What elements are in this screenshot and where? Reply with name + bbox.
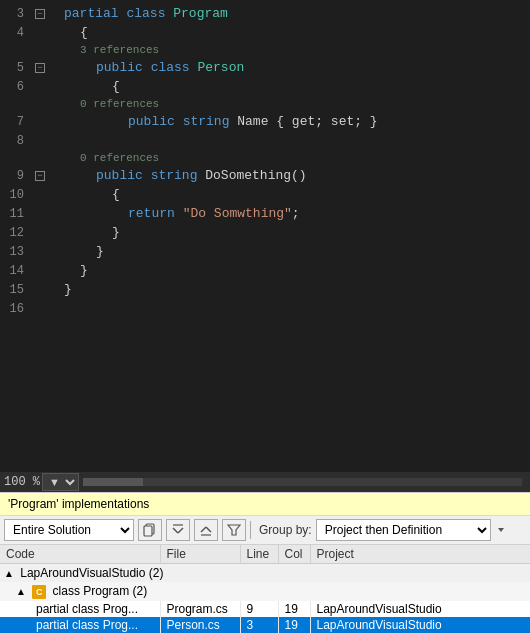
results-table-header: Code File Line Col Project: [0, 545, 530, 564]
result-row-1[interactable]: partial class Prog... Program.cs 9 19 La…: [0, 601, 530, 617]
code-text-14: }: [80, 263, 530, 278]
group-row-laparoundvisualstudio[interactable]: ▲ LapAroundVisualStudio (2): [0, 564, 530, 583]
impl-toolbar: Entire Solution: [0, 516, 530, 545]
code-text-11: return "Do Somwthing";: [128, 206, 530, 221]
zoom-dropdown[interactable]: ▼: [42, 473, 79, 491]
line-number-6: 6: [0, 80, 32, 94]
copy-icon: [143, 523, 157, 537]
line-number-16: 16: [0, 302, 32, 316]
collapse-all-button[interactable]: [194, 519, 218, 541]
svg-line-3: [178, 528, 183, 533]
result-line-2: 3: [240, 617, 278, 633]
code-text-4: {: [80, 25, 530, 40]
subgroup-expand-icon: ▲: [16, 586, 26, 597]
ref-hint-3ref: 3 references: [0, 42, 530, 58]
line-number-4: 4: [0, 26, 32, 40]
expand-all-button[interactable]: [166, 519, 190, 541]
col-header-line[interactable]: Line: [240, 545, 278, 564]
svg-rect-1: [144, 526, 152, 536]
fold-gutter-9[interactable]: −: [32, 171, 48, 181]
code-line-5: 5 − public class Person: [0, 58, 530, 77]
line-number-10: 10: [0, 188, 32, 202]
code-line-8: 8: [0, 131, 530, 150]
col-header-code[interactable]: Code: [0, 545, 160, 564]
ref-hint-0ref-1: 0 references: [0, 96, 530, 112]
toolbar-separator: [250, 521, 251, 539]
result-project-1: LapAroundVisualStudio: [310, 601, 530, 617]
filter-icon: [227, 523, 241, 537]
ref-hint-0ref-2: 0 references: [0, 150, 530, 166]
result-col-2: 19: [278, 617, 310, 633]
fold-gutter-5[interactable]: −: [32, 63, 48, 73]
code-line-12: 12 }: [0, 223, 530, 242]
code-line-15: 15 }: [0, 280, 530, 299]
expand-all-icon: [171, 523, 185, 537]
code-lines: 3 − partial class Program 4 { 3 referenc…: [0, 0, 530, 472]
fold-button-9[interactable]: −: [35, 171, 45, 181]
code-text-12: }: [112, 225, 530, 240]
result-line-1: 9: [240, 601, 278, 617]
code-line-14: 14 }: [0, 261, 530, 280]
svg-marker-8: [228, 525, 240, 535]
result-code-1: partial class Prog...: [0, 601, 160, 617]
filter-button[interactable]: [222, 519, 246, 541]
code-line-9: 9 − public string DoSomething(): [0, 166, 530, 185]
fold-button-5[interactable]: −: [35, 63, 45, 73]
subgroup-row-class-program[interactable]: ▲ C class Program (2): [0, 582, 530, 601]
result-project-2: LapAroundVisualStudio: [310, 617, 530, 633]
editor-statusbar: 100 % ▼: [0, 472, 530, 492]
impl-panel-title: 'Program' implementations: [8, 497, 149, 511]
ref-hint-text-3ref: 3 references: [80, 44, 159, 56]
col-header-col[interactable]: Col: [278, 545, 310, 564]
copy-button[interactable]: [138, 519, 162, 541]
result-code-2: partial class Prog...: [0, 617, 160, 633]
code-text-10: {: [112, 187, 530, 202]
code-line-11: 11 return "Do Somwthing";: [0, 204, 530, 223]
fold-button-3[interactable]: −: [35, 9, 45, 19]
code-line-4: 4 {: [0, 23, 530, 42]
code-text-7: public string Name { get; set; }: [128, 114, 530, 129]
svg-line-2: [173, 528, 178, 533]
implementations-panel: 'Program' implementations Entire Solutio…: [0, 492, 530, 633]
col-header-file[interactable]: File: [160, 545, 240, 564]
code-line-10: 10 {: [0, 185, 530, 204]
scope-dropdown[interactable]: Entire Solution: [4, 519, 134, 541]
line-number-13: 13: [0, 245, 32, 259]
svg-line-6: [206, 527, 211, 532]
groupby-label: Group by:: [259, 523, 312, 537]
result-row-2[interactable]: partial class Prog... Person.cs 3 19 Lap…: [0, 617, 530, 633]
code-text-9: public string DoSomething(): [96, 168, 530, 183]
svg-marker-9: [498, 528, 504, 532]
zoom-label: 100 %: [4, 475, 40, 489]
scrollbar-thumb[interactable]: [83, 478, 143, 486]
group-row-label: ▲ LapAroundVisualStudio (2): [0, 564, 530, 583]
fold-gutter-3[interactable]: −: [32, 9, 48, 19]
line-number-9: 9: [0, 169, 32, 183]
ref-hint-text-0ref-1: 0 references: [80, 98, 159, 110]
code-line-6: 6 {: [0, 77, 530, 96]
code-text-15: }: [64, 282, 530, 297]
code-text-6: {: [112, 79, 530, 94]
subgroup-row-label: ▲ C class Program (2): [0, 582, 530, 601]
line-number-3: 3: [0, 7, 32, 21]
line-number-15: 15: [0, 283, 32, 297]
code-text-5: public class Person: [96, 60, 530, 75]
horizontal-scrollbar[interactable]: [83, 478, 522, 486]
code-editor: 3 − partial class Program 4 { 3 referenc…: [0, 0, 530, 472]
result-file-2: Person.cs: [160, 617, 240, 633]
impl-panel-header: 'Program' implementations: [0, 492, 530, 516]
ref-hint-text-0ref-2: 0 references: [80, 152, 159, 164]
code-line-13: 13 }: [0, 242, 530, 261]
groupby-dropdown-arrow: [495, 523, 507, 537]
results-table: Code File Line Col Project ▲ LapAroundVi…: [0, 545, 530, 633]
code-line-3: 3 − partial class Program: [0, 4, 530, 23]
svg-line-5: [201, 527, 206, 532]
line-number-14: 14: [0, 264, 32, 278]
groupby-dropdown[interactable]: Project then Definition: [316, 519, 491, 541]
col-header-project[interactable]: Project: [310, 545, 530, 564]
line-number-12: 12: [0, 226, 32, 240]
line-number-7: 7: [0, 115, 32, 129]
collapse-all-icon: [199, 523, 213, 537]
result-col-1: 19: [278, 601, 310, 617]
results-table-body: ▲ LapAroundVisualStudio (2) ▲ C class Pr…: [0, 564, 530, 633]
